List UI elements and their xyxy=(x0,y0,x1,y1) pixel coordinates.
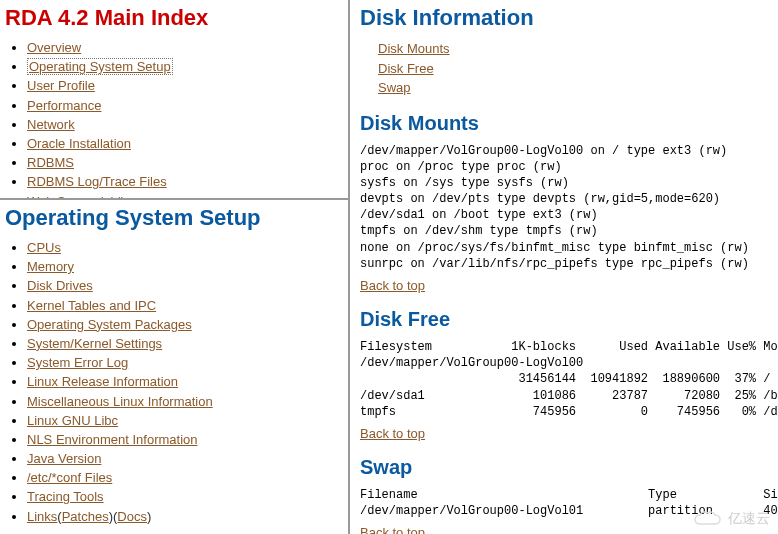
list-item: Memory xyxy=(27,258,338,276)
list-item: RDBMS xyxy=(27,154,338,172)
list-item: Linux Release Information xyxy=(27,373,338,391)
nav-link[interactable]: Oracle Installation xyxy=(27,136,131,151)
nav-link[interactable]: Network xyxy=(27,117,75,132)
nav-link[interactable]: Linux GNU Libc xyxy=(27,413,118,428)
nav-link[interactable]: Disk Drives xyxy=(27,278,93,293)
nav-link-patches[interactable]: Patches xyxy=(62,509,109,524)
os-setup-title: Operating System Setup xyxy=(5,205,338,231)
disk-free-content: Filesystem 1K-blocks Used Available Use%… xyxy=(360,339,768,420)
list-item: Kernel Tables and IPC xyxy=(27,297,338,315)
nav-link[interactable]: Kernel Tables and IPC xyxy=(27,298,156,313)
nav-link[interactable]: Operating System Setup xyxy=(27,58,173,75)
list-item: Linux GNU Libc xyxy=(27,412,338,430)
list-item: User Profile xyxy=(27,77,338,95)
list-item: Java Version xyxy=(27,450,338,468)
list-item: Overview xyxy=(27,39,338,57)
toc-link-disk-mounts[interactable]: Disk Mounts xyxy=(378,39,450,59)
nav-link[interactable]: CPUs xyxy=(27,240,61,255)
nav-link-docs[interactable]: Docs xyxy=(117,509,147,524)
content-pane: Disk Information Disk Mounts Disk Free S… xyxy=(350,0,778,534)
nav-link[interactable]: /etc/*conf Files xyxy=(27,470,112,485)
disk-info-toc: Disk Mounts Disk Free Swap xyxy=(360,39,768,98)
os-setup-list: CPUsMemoryDisk DrivesKernel Tables and I… xyxy=(5,239,338,526)
list-item: Operating System Packages xyxy=(27,316,338,334)
toc-link-disk-free[interactable]: Disk Free xyxy=(378,59,434,79)
nav-link-links[interactable]: Links xyxy=(27,509,57,524)
list-item: System Error Log xyxy=(27,354,338,372)
nav-link[interactable]: Memory xyxy=(27,259,74,274)
nav-link[interactable]: System Error Log xyxy=(27,355,128,370)
back-to-top-link[interactable]: Back to top xyxy=(360,278,425,293)
main-index-title: RDA 4.2 Main Index xyxy=(5,5,338,31)
list-item: Oracle Installation xyxy=(27,135,338,153)
os-setup-panel: Operating System Setup CPUsMemoryDisk Dr… xyxy=(0,200,348,534)
back-to-top-link[interactable]: Back to top xyxy=(360,525,425,534)
disk-mounts-heading: Disk Mounts xyxy=(360,112,768,135)
swap-content: Filename Type Size /dev/mapper/VolGroup0… xyxy=(360,487,768,519)
disk-mounts-content: /dev/mapper/VolGroup00-LogVol00 on / typ… xyxy=(360,143,768,273)
nav-link[interactable]: NLS Environment Information xyxy=(27,432,198,447)
left-pane: RDA 4.2 Main Index OverviewOperating Sys… xyxy=(0,0,350,534)
toc-link-swap[interactable]: Swap xyxy=(378,78,411,98)
list-item: System/Kernel Settings xyxy=(27,335,338,353)
nav-link[interactable]: RDBMS Log/Trace Files xyxy=(27,174,167,189)
list-item: Miscellaneous Linux Information xyxy=(27,393,338,411)
swap-heading: Swap xyxy=(360,456,768,479)
list-item: Operating System Setup xyxy=(27,58,338,76)
list-item: RDBMS Log/Trace Files xyxy=(27,173,338,191)
main-container: RDA 4.2 Main Index OverviewOperating Sys… xyxy=(0,0,778,534)
back-to-top-link[interactable]: Back to top xyxy=(360,426,425,441)
list-item: Links(Patches)(Docs) xyxy=(27,508,338,526)
nav-link[interactable]: Operating System Packages xyxy=(27,317,192,332)
nav-link[interactable]: Linux Release Information xyxy=(27,374,178,389)
main-index-list: OverviewOperating System SetupUser Profi… xyxy=(5,39,338,200)
nav-link[interactable]: User Profile xyxy=(27,78,95,93)
nav-link[interactable]: Miscellaneous Linux Information xyxy=(27,394,213,409)
list-item: Disk Drives xyxy=(27,277,338,295)
nav-link[interactable]: Overview xyxy=(27,40,81,55)
list-item: Network xyxy=(27,116,338,134)
main-index-panel: RDA 4.2 Main Index OverviewOperating Sys… xyxy=(0,0,348,200)
nav-link[interactable]: Java Version xyxy=(27,451,101,466)
nav-link[interactable]: RDBMS xyxy=(27,155,74,170)
list-item: Performance xyxy=(27,97,338,115)
list-item: Tracing Tools xyxy=(27,488,338,506)
list-item: NLS Environment Information xyxy=(27,431,338,449)
list-item: CPUs xyxy=(27,239,338,257)
disk-info-title: Disk Information xyxy=(360,5,768,31)
nav-link[interactable]: Tracing Tools xyxy=(27,489,104,504)
list-item: /etc/*conf Files xyxy=(27,469,338,487)
nav-link[interactable]: Performance xyxy=(27,98,101,113)
nav-link[interactable]: System/Kernel Settings xyxy=(27,336,162,351)
list-item: Web Server (old) xyxy=(27,193,338,201)
disk-free-heading: Disk Free xyxy=(360,308,768,331)
